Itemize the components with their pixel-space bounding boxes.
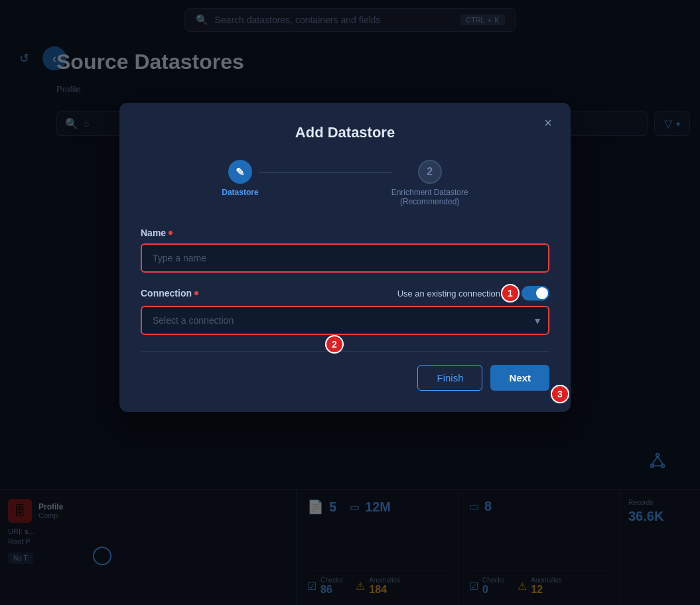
modal-stepper: ✎ Datastore 2 Enrichment Datastore(Recom… — [141, 160, 549, 206]
annotation-3: 3 — [551, 385, 569, 403]
name-form-group: Name — [141, 228, 549, 273]
connection-form-group: Connection Use an existing connection i … — [141, 286, 549, 335]
annotation-1: 1 — [501, 284, 520, 302]
modal-divider — [141, 351, 549, 352]
step-line — [259, 172, 391, 173]
use-existing-label: Use an existing connection — [397, 289, 500, 299]
step-1-label: Datastore — [222, 188, 258, 197]
name-input[interactable] — [141, 243, 549, 273]
step-1: ✎ Datastore — [222, 160, 258, 197]
annotation-2: 2 — [325, 335, 344, 354]
name-label: Name — [141, 228, 549, 238]
toggle-knob — [536, 287, 548, 299]
step-2-circle: 2 — [418, 160, 442, 184]
modal-close-button[interactable]: × — [539, 113, 557, 132]
connection-select[interactable]: Select a connection — [141, 306, 549, 335]
modal-footer: Finish Next — [141, 365, 549, 391]
connection-label: Connection — [141, 288, 198, 299]
name-required-indicator — [169, 231, 173, 235]
connection-required-indicator — [194, 291, 198, 295]
step-2-label: Enrichment Datastore(Recommended) — [391, 188, 468, 206]
step-2: 2 Enrichment Datastore(Recommended) — [391, 160, 468, 206]
use-existing-row: Use an existing connection i — [397, 286, 549, 301]
add-datastore-modal: × Add Datastore ✎ Datastore 2 Enrichment… — [119, 103, 571, 412]
next-button[interactable]: Next — [490, 365, 549, 391]
finish-button[interactable]: Finish — [417, 365, 482, 391]
step-1-circle: ✎ — [228, 160, 252, 184]
connection-select-wrapper: Select a connection ▾ — [141, 306, 549, 335]
connection-header: Connection Use an existing connection i — [141, 286, 549, 301]
modal-title: Add Datastore — [141, 124, 549, 141]
existing-connection-toggle[interactable] — [522, 286, 549, 301]
